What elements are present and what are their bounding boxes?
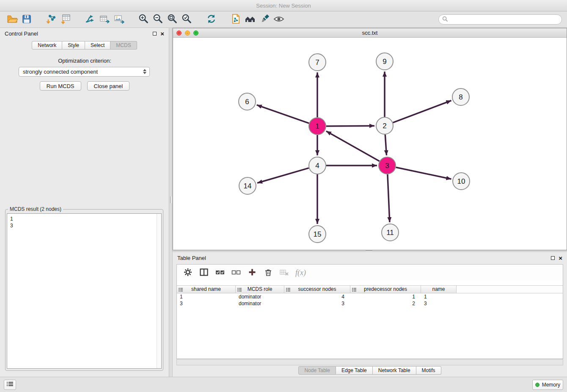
mcds-result-list[interactable]: 1 3 bbox=[7, 213, 162, 369]
paintbrush-button[interactable] bbox=[257, 12, 272, 27]
network-canvas[interactable]: 7968124314101511 bbox=[173, 38, 567, 250]
graph-node-11[interactable]: 11 bbox=[382, 224, 399, 241]
graph-edge-4-14[interactable] bbox=[257, 168, 309, 183]
column-label: predecessor nodes bbox=[364, 286, 407, 292]
graph-edge-2-8[interactable] bbox=[393, 101, 451, 123]
show-columns-button[interactable] bbox=[199, 268, 209, 278]
criterion-dropdown[interactable]: strongly connected component bbox=[19, 67, 150, 77]
export-image-button[interactable] bbox=[112, 12, 126, 27]
svg-text:9: 9 bbox=[383, 58, 386, 66]
result-scrollbar[interactable] bbox=[157, 214, 161, 368]
close-panel-button[interactable]: Close panel bbox=[87, 81, 130, 91]
table-row[interactable]: 3dominator323 bbox=[177, 300, 563, 307]
graph-edge-3-11[interactable] bbox=[388, 174, 390, 222]
sort-icon bbox=[286, 287, 290, 292]
export-network-button[interactable] bbox=[83, 12, 97, 27]
table-horizontal-scrollbar[interactable] bbox=[176, 359, 563, 365]
zoom-out-button[interactable] bbox=[151, 12, 165, 27]
save-session-button[interactable] bbox=[19, 12, 34, 27]
deselect-all-columns-button[interactable] bbox=[231, 268, 241, 278]
search-input[interactable] bbox=[450, 17, 558, 22]
graph-node-1[interactable]: 1 bbox=[309, 118, 326, 135]
table-settings-button[interactable] bbox=[183, 268, 193, 278]
tab-motifs[interactable]: Motifs bbox=[416, 366, 441, 375]
graph-node-14[interactable]: 14 bbox=[239, 177, 256, 194]
tab-network-table[interactable]: Network Table bbox=[373, 366, 416, 375]
svg-text:7: 7 bbox=[315, 58, 319, 66]
zoom-selected-button[interactable] bbox=[179, 12, 194, 27]
tab-style[interactable]: Style bbox=[62, 41, 85, 50]
control-panel: Control Panel × Network Style Select MCD… bbox=[0, 28, 169, 377]
cell-predecessor_nodes: 1 bbox=[350, 293, 421, 300]
vertical-splitter[interactable] bbox=[169, 28, 173, 377]
tab-node-table[interactable]: Node Table bbox=[298, 366, 336, 375]
import-network-icon bbox=[45, 13, 57, 26]
cell-shared_name: 3 bbox=[177, 300, 236, 307]
svg-text:3: 3 bbox=[385, 162, 389, 170]
network-view-window: × − + scc.txt 7968124314101511 bbox=[173, 28, 567, 250]
splitter-grip-icon bbox=[366, 251, 372, 252]
tab-mcds[interactable]: MCDS bbox=[110, 41, 137, 50]
import-table-button[interactable] bbox=[58, 12, 73, 27]
graph-node-3[interactable]: 3 bbox=[379, 157, 396, 174]
eye-button[interactable] bbox=[272, 12, 286, 27]
graph-edge-1-6[interactable] bbox=[257, 105, 309, 123]
search-field[interactable] bbox=[438, 14, 562, 25]
main-toolbar bbox=[0, 11, 567, 28]
graph-node-15[interactable]: 15 bbox=[309, 226, 326, 243]
graph-node-4[interactable]: 4 bbox=[309, 157, 326, 174]
column-header-predecessor-nodes[interactable]: predecessor nodes bbox=[350, 286, 421, 293]
column-header-successor-nodes[interactable]: successor nodes bbox=[284, 286, 350, 293]
float-panel-icon[interactable] bbox=[153, 32, 157, 36]
memory-status-icon bbox=[535, 383, 539, 387]
graph-edge-3-1[interactable] bbox=[326, 131, 380, 161]
graph-node-2[interactable]: 2 bbox=[376, 117, 393, 134]
minimize-window-icon[interactable]: − bbox=[185, 30, 190, 36]
graph-edge-1-2[interactable] bbox=[326, 126, 374, 126]
float-panel-icon[interactable] bbox=[551, 256, 555, 260]
criterion-dropdown-value: strongly connected component bbox=[23, 69, 98, 75]
column-header-mcds-role[interactable]: MCDS role bbox=[236, 286, 284, 293]
delete-column-button[interactable] bbox=[263, 268, 273, 278]
svg-text:4: 4 bbox=[315, 162, 319, 170]
graph-edge-2-3[interactable] bbox=[385, 135, 386, 155]
memory-button[interactable]: Memory bbox=[532, 380, 563, 390]
graph-node-8[interactable]: 8 bbox=[452, 88, 469, 105]
application-window: Session: New Session bbox=[0, 0, 567, 392]
graph-node-10[interactable]: 10 bbox=[453, 173, 470, 190]
select-all-columns-button[interactable] bbox=[215, 268, 225, 278]
run-mcds-button[interactable]: Run MCDS bbox=[40, 81, 81, 91]
optimization-criterion-label: Optimization criterion: bbox=[0, 58, 169, 64]
close-panel-icon[interactable]: × bbox=[160, 30, 164, 37]
double-house-button[interactable] bbox=[243, 12, 257, 27]
tab-edge-table[interactable]: Edge Table bbox=[336, 366, 373, 375]
close-panel-icon[interactable]: × bbox=[559, 255, 562, 261]
export-table-button[interactable] bbox=[97, 12, 112, 27]
table-tabs: Node Table Edge Table Network Table Moti… bbox=[173, 366, 567, 375]
zoom-in-button[interactable] bbox=[136, 12, 151, 27]
tab-network[interactable]: Network bbox=[32, 41, 62, 50]
import-network-button[interactable] bbox=[44, 12, 58, 27]
column-header-name[interactable]: name bbox=[421, 286, 457, 293]
create-column-button[interactable] bbox=[247, 268, 257, 278]
close-window-icon[interactable]: × bbox=[176, 30, 182, 36]
graph-edge-3-10[interactable] bbox=[396, 167, 451, 179]
refresh-view-button[interactable] bbox=[204, 12, 218, 27]
tab-select[interactable]: Select bbox=[85, 41, 110, 50]
task-history-button[interactable] bbox=[4, 380, 16, 390]
table-panel-title: Table Panel bbox=[177, 255, 206, 261]
open-session-button[interactable] bbox=[5, 12, 19, 27]
cell-name: 3 bbox=[421, 300, 457, 307]
maximize-window-icon[interactable]: + bbox=[193, 30, 198, 36]
header-filler bbox=[457, 286, 563, 293]
zoom-fit-button[interactable] bbox=[165, 12, 179, 27]
network-document-button[interactable] bbox=[228, 12, 243, 27]
graph-node-9[interactable]: 9 bbox=[376, 53, 393, 70]
graph-node-6[interactable]: 6 bbox=[239, 93, 256, 110]
zoom-in-icon bbox=[138, 13, 149, 26]
dropdown-stepper-icon bbox=[143, 69, 146, 74]
column-header-shared-name[interactable]: shared name bbox=[177, 286, 236, 293]
table-panel: Table Panel × bbox=[173, 252, 567, 377]
table-row[interactable]: 1dominator411 bbox=[177, 293, 563, 300]
graph-node-7[interactable]: 7 bbox=[309, 54, 326, 71]
